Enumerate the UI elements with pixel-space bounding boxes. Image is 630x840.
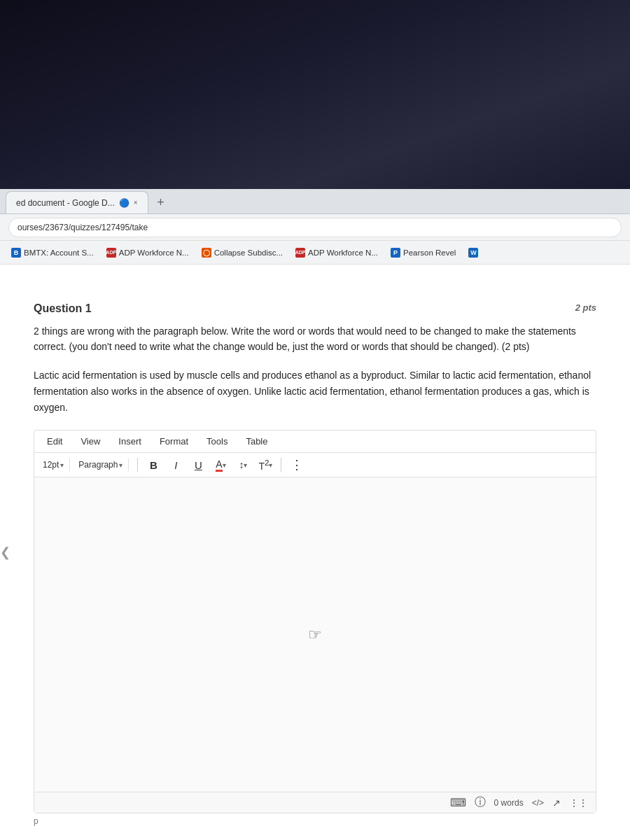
pearson-label: Pearson Revel	[403, 248, 456, 257]
font-color-button[interactable]: A ▾	[211, 456, 230, 474]
browser-frame: ed document - Google D... 🔵 × + ourses/2…	[0, 189, 630, 840]
word-count-label: 0 words	[494, 798, 524, 808]
collapse-label: Collapse Subdisc...	[214, 248, 283, 257]
font-size-value: 12pt	[43, 460, 59, 470]
bookmarks-bar: B BMTX: Account S... ADP ADP Workforce N…	[0, 241, 630, 265]
url-field[interactable]: ourses/23673/quizzes/127495/take	[8, 218, 622, 237]
font-style-select[interactable]: Paragraph ▾	[76, 458, 129, 471]
font-size-select[interactable]: 12pt ▾	[40, 458, 70, 471]
bottom-p-label: p	[34, 813, 596, 829]
menu-edit[interactable]: Edit	[44, 435, 65, 448]
expand-button[interactable]: ↗	[552, 797, 561, 808]
question-header: Question 1 2 pts	[34, 302, 596, 315]
superscript-label: T2	[258, 458, 269, 472]
url-bar: ourses/23673/quizzes/127495/take	[0, 214, 630, 241]
adp1-label: ADP Workforce N...	[119, 248, 189, 257]
editor-toolbar: 12pt ▾ Paragraph ▾ B I U A ▾	[34, 453, 596, 477]
content-area: ❮ Question 1 2 pts 2 things are wrong wi…	[0, 265, 630, 840]
bookmark-adp1[interactable]: ADP ADP Workforce N...	[101, 246, 195, 260]
editor-menubar: Edit View Insert Format Tools Table	[34, 430, 596, 453]
dark-background	[0, 0, 630, 189]
bookmark-pearson[interactable]: P Pearson Revel	[385, 246, 461, 260]
pts-badge: 2 pts	[575, 302, 596, 315]
italic-button[interactable]: I	[166, 456, 186, 474]
superscript-chevron: ▾	[269, 461, 272, 469]
adp1-icon: ADP	[106, 248, 116, 258]
nav-left-arrow[interactable]: ❮	[0, 542, 627, 563]
font-style-value: Paragraph	[78, 460, 118, 470]
line-spacing-button[interactable]: ↕ ▾	[233, 456, 253, 474]
toolbar-divider-1	[137, 458, 138, 472]
word-count-item: 0 words	[494, 798, 524, 808]
bookmark-adp2[interactable]: ADP ADP Workforce N...	[290, 246, 384, 260]
new-tab-button[interactable]: +	[151, 192, 171, 212]
active-tab[interactable]: ed document - Google D... 🔵 ×	[6, 191, 148, 214]
menu-tools[interactable]: Tools	[204, 435, 230, 448]
menu-view[interactable]: View	[78, 435, 103, 448]
adp2-icon: ADP	[295, 248, 305, 258]
question-title: Question 1	[34, 302, 92, 315]
menu-table[interactable]: Table	[243, 435, 270, 448]
superscript-button[interactable]: T2 ▾	[255, 456, 275, 474]
passage-content: Lactic acid fermentation is used by musc…	[34, 370, 591, 413]
bookmark-bmtx[interactable]: B BMTX: Account S...	[6, 246, 99, 260]
extra-icon: W	[468, 248, 478, 258]
question-text: 2 things are wrong with the paragraph be…	[34, 323, 596, 355]
menu-format[interactable]: Format	[157, 435, 191, 448]
dots-button[interactable]: ⋮⋮	[569, 797, 587, 808]
accessibility-icon: ⓘ	[475, 795, 486, 810]
font-style-chevron: ▾	[119, 461, 122, 469]
font-color-chevron: ▾	[223, 461, 226, 469]
tab-bar: ed document - Google D... 🔵 × +	[0, 189, 630, 214]
more-options-button[interactable]: ⋮	[287, 456, 307, 474]
quiz-content: Question 1 2 pts 2 things are wrong with…	[0, 286, 630, 840]
font-color-label: A	[216, 458, 222, 472]
pearson-icon: P	[391, 248, 400, 258]
toolbar-divider-2	[281, 458, 281, 472]
bookmark-collapse[interactable]: ◯ Collapse Subdisc...	[196, 246, 288, 260]
tab-icon-x: 🔵	[119, 198, 130, 208]
line-spacing-chevron: ▾	[244, 461, 247, 469]
keyboard-icon: ⌨	[450, 796, 466, 809]
line-spacing-icon: ↕	[239, 459, 244, 470]
collapse-icon: ◯	[202, 248, 211, 258]
code-button[interactable]: </>	[532, 798, 544, 808]
tab-label: ed document - Google D...	[16, 198, 115, 208]
bookmark-extra[interactable]: W	[463, 246, 484, 260]
url-text: ourses/23673/quizzes/127495/take	[18, 223, 148, 232]
cursor-hand-icon: ☞	[308, 626, 322, 644]
adp2-label: ADP Workforce N...	[308, 248, 378, 257]
bold-button[interactable]: B	[144, 456, 163, 474]
editor-body[interactable]: ☞	[34, 477, 596, 792]
status-bar: ⌨ ⓘ 0 words </> ↗ ⋮⋮	[34, 792, 596, 813]
menu-insert[interactable]: Insert	[115, 435, 144, 448]
bmtx-icon: B	[11, 248, 21, 258]
font-size-chevron: ▾	[60, 461, 64, 469]
underline-button[interactable]: U	[188, 456, 208, 474]
editor-container: Edit View Insert Format Tools Table 12pt…	[34, 430, 596, 813]
bmtx-label: BMTX: Account S...	[24, 248, 94, 257]
tab-close-button[interactable]: ×	[134, 199, 138, 206]
passage-text: Lactic acid fermentation is used by musc…	[34, 368, 596, 416]
